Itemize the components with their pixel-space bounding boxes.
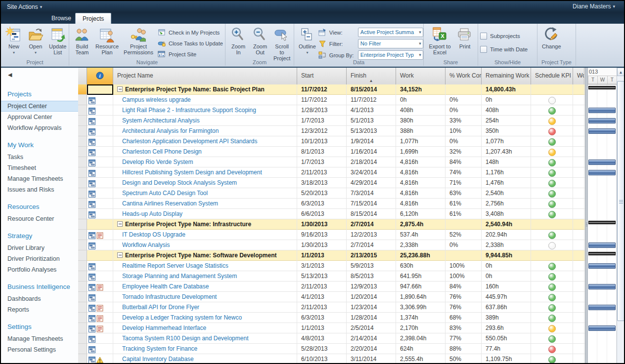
project-name-link[interactable]: Charleston Application Development API S… xyxy=(122,138,258,145)
project-name-link[interactable]: Tornado Infrastructure Development xyxy=(122,293,217,300)
row-selector[interactable] xyxy=(78,126,87,136)
project-row-icon[interactable] xyxy=(89,274,95,281)
sidebar-section-header[interactable]: Resources xyxy=(1,202,78,212)
filter-dropdown[interactable]: No Filter▾ xyxy=(358,39,423,48)
project-name-link[interactable]: Spectrum Auto CAD Design Tool xyxy=(122,190,208,197)
row-selector[interactable] xyxy=(78,178,87,188)
project-row-icon[interactable] xyxy=(89,211,95,218)
tab-browse[interactable]: Browse xyxy=(45,13,78,24)
close-tasks-button[interactable]: Close Tasks to Update xyxy=(156,38,225,49)
project-name-link[interactable]: Capital Inventory Database xyxy=(122,356,194,363)
project-row[interactable]: Cantina Airlines Reservation System6/3/2… xyxy=(78,199,585,209)
project-row-icon[interactable] xyxy=(89,201,95,208)
zoom-out-button[interactable]: Zoom Out xyxy=(250,25,270,56)
resource-plan-button[interactable]: Resource Plan xyxy=(93,25,121,56)
outline-button[interactable]: Outline▾ xyxy=(297,25,318,57)
row-selector[interactable] xyxy=(78,116,87,126)
row-selector[interactable] xyxy=(78,323,87,333)
column-header-remaining[interactable]: Remaining Work xyxy=(482,68,531,84)
project-row-icon[interactable] xyxy=(89,315,95,322)
project-name-link[interactable]: Hillcrest Publishing System Design and D… xyxy=(122,169,262,176)
row-selector[interactable] xyxy=(78,250,87,261)
zoom-in-button[interactable]: Zoom In xyxy=(228,25,249,56)
checkbox-time-with-date[interactable]: Time with Date xyxy=(480,42,528,56)
project-row[interactable]: Capital Inventory Database6/10/20133/11/… xyxy=(78,354,585,363)
column-header-info[interactable]: i xyxy=(87,68,113,84)
project-row[interactable]: Tornado Infrastructure Development4/1/20… xyxy=(78,292,585,302)
project-row[interactable]: Develop a Ledger Tracking system for New… xyxy=(78,313,585,323)
project-row-icon[interactable] xyxy=(89,336,95,343)
view-dropdown[interactable]: Active Project Summa▾ xyxy=(358,28,423,37)
row-selector[interactable] xyxy=(78,136,87,147)
project-row-icon[interactable] xyxy=(89,191,95,198)
row-selector[interactable] xyxy=(78,282,87,292)
project-name-link[interactable]: Workflow Analysis xyxy=(122,242,170,248)
row-selector[interactable] xyxy=(78,313,87,323)
row-selector[interactable] xyxy=(78,333,87,344)
row-selector[interactable] xyxy=(78,354,87,363)
project-name-link[interactable]: Butterball API for Drone Flyer xyxy=(122,304,199,311)
row-selector[interactable] xyxy=(78,209,87,219)
project-row-icon[interactable] xyxy=(89,357,95,364)
row-selector[interactable] xyxy=(78,261,87,271)
row-selector[interactable] xyxy=(78,95,87,105)
project-row-icon[interactable] xyxy=(89,97,95,104)
project-row-icon[interactable] xyxy=(89,160,95,166)
export-excel-button[interactable]: XExport to Excel xyxy=(426,25,453,56)
build-team-button[interactable]: Build Team xyxy=(72,25,92,56)
sidebar-item-reports[interactable]: Reports xyxy=(1,304,78,315)
sidebar-item-dashboards[interactable]: Dashboards xyxy=(1,293,78,304)
project-row-icon[interactable] xyxy=(89,180,95,187)
user-menu[interactable]: Diane Masters▾ xyxy=(573,3,615,10)
groupby-dropdown[interactable]: Enterprise Project Typ▾ xyxy=(358,50,423,60)
project-name-link[interactable]: Architectural Analysis for Farmington xyxy=(122,127,219,134)
project-row-icon[interactable] xyxy=(89,346,95,353)
sidebar-item-tasks[interactable]: Tasks xyxy=(1,152,78,162)
column-header-kpi[interactable]: Schedule KPI xyxy=(531,68,573,84)
project-name-link[interactable]: Charleston Cell Phone Design xyxy=(122,148,202,155)
project-row[interactable]: Tracking System for Finance5/28/20132/20… xyxy=(78,344,585,354)
new-project-button[interactable]: New▾ xyxy=(3,25,24,57)
project-row-icon[interactable] xyxy=(89,149,95,156)
project-row-icon[interactable] xyxy=(89,294,95,301)
tab-projects[interactable]: Projects xyxy=(75,13,111,24)
row-selector[interactable] xyxy=(78,344,87,354)
project-name-link[interactable]: System Architectural Analysis xyxy=(122,117,200,124)
collapse-group-icon[interactable] xyxy=(117,86,123,92)
group-row[interactable]: Enterprise Project Type Name: Basic Proj… xyxy=(78,84,585,95)
project-row[interactable]: Employee Health Care Database2/11/201312… xyxy=(78,282,585,292)
row-selector[interactable] xyxy=(78,157,87,167)
project-name-link[interactable]: Develop Rio Verde System xyxy=(122,159,193,165)
vertical-scrollbar[interactable]: ▲ xyxy=(617,68,624,363)
project-row[interactable]: Design and Develop Stock Analysis System… xyxy=(78,178,585,188)
column-header-wor[interactable]: Wor xyxy=(573,68,584,84)
project-row[interactable]: Develop Rio Verde System1/7/20132/18/201… xyxy=(78,157,585,167)
project-row-icon[interactable] xyxy=(89,118,95,125)
project-row[interactable]: Spectrum Auto CAD Design Tool5/20/20137/… xyxy=(78,188,585,199)
sidebar-section-header[interactable]: My Work xyxy=(1,140,78,150)
project-row[interactable]: Architectural Analysis for Farmington12/… xyxy=(78,126,585,136)
project-row-icon[interactable] xyxy=(89,170,95,177)
scroll-up-arrow-icon[interactable]: ▲ xyxy=(617,68,624,76)
sidebar-section-header[interactable]: Settings xyxy=(1,322,78,332)
project-name-link[interactable]: Develop Hammerhead Interface xyxy=(122,324,206,331)
row-selector[interactable] xyxy=(78,147,87,157)
update-list-button[interactable]: Update List xyxy=(47,25,68,56)
project-row-icon[interactable] xyxy=(89,263,95,270)
project-row[interactable]: System Architectural Analysis1/7/20135/1… xyxy=(78,116,585,126)
select-all-header[interactable] xyxy=(78,68,87,84)
sidebar-item-portfolio-analyses[interactable]: Portfolio Analyses xyxy=(1,264,78,275)
row-selector[interactable] xyxy=(78,84,87,95)
row-selector[interactable] xyxy=(78,230,87,240)
row-selector[interactable] xyxy=(78,105,87,116)
change-type-button[interactable]: Change xyxy=(540,25,563,50)
project-name-link[interactable]: Light Rail Phase 2 - Infrastructure Supp… xyxy=(122,107,256,114)
project-name-link[interactable]: Tracking System for Finance xyxy=(122,345,197,352)
group-row[interactable]: Enterprise Project Type Name: Infrastruc… xyxy=(78,219,585,230)
project-name-link[interactable]: Cantina Airlines Reservation System xyxy=(122,200,218,207)
row-selector[interactable] xyxy=(78,219,87,230)
open-folder-button[interactable]: Open▾ xyxy=(25,25,46,57)
project-name-link[interactable]: Design and Develop Stock Analysis System xyxy=(122,179,237,186)
project-row[interactable]: Workflow Analysis1/30/20132/7/20142,338h… xyxy=(78,240,585,250)
sidebar-item-workflow-approvals[interactable]: Workflow Approvals xyxy=(1,122,78,133)
